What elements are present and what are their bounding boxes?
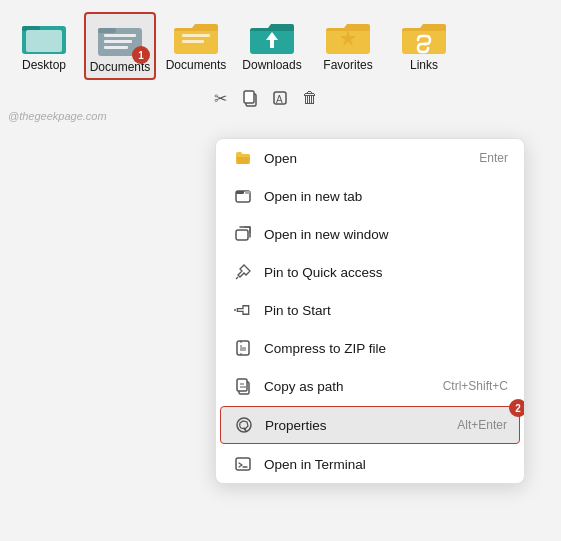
menu-copy-path-shortcut: Ctrl+Shift+C: [443, 379, 508, 393]
new-tab-icon: [232, 185, 254, 207]
folder-bar: Desktop 1 Documents Documents: [0, 0, 561, 86]
svg-rect-2: [26, 30, 62, 52]
desktop-folder-label: Desktop: [22, 58, 66, 72]
terminal-icon: [232, 453, 254, 475]
svg-rect-21: [236, 191, 244, 194]
menu-open-shortcut: Enter: [479, 151, 508, 165]
watermark: @thegeekpage.com: [8, 110, 107, 122]
svg-rect-4: [98, 28, 116, 33]
folder-item-favorites[interactable]: Favorites: [312, 12, 384, 76]
svg-rect-33: [236, 458, 250, 470]
folder-open-icon: [232, 147, 254, 169]
menu-item-open-new-tab[interactable]: Open in new tab: [216, 177, 524, 215]
pin-icon: [232, 261, 254, 283]
downloads-folder-icon: [248, 16, 296, 56]
svg-rect-23: [236, 230, 248, 240]
folder-item-documents-selected[interactable]: 1 Documents: [84, 12, 156, 80]
documents2-folder-icon: [172, 16, 220, 56]
links-folder-icon: [400, 16, 448, 56]
menu-item-properties[interactable]: Properties Alt+Enter 2: [220, 406, 520, 444]
menu-open-new-tab-label: Open in new tab: [264, 189, 508, 204]
menu-item-pin-quick-access[interactable]: Pin to Quick access: [216, 253, 524, 291]
cut-icon[interactable]: ✂: [210, 88, 230, 108]
folder-item-downloads[interactable]: Downloads: [236, 12, 308, 76]
menu-item-open[interactable]: Open Enter: [216, 139, 524, 177]
menu-open-terminal-label: Open in Terminal: [264, 457, 508, 472]
favorites-folder-label: Favorites: [323, 58, 372, 72]
links-folder-label: Links: [410, 58, 438, 72]
menu-pin-quick-access-label: Pin to Quick access: [264, 265, 508, 280]
zip-icon: [232, 337, 254, 359]
properties-icon: [233, 414, 255, 436]
delete-icon[interactable]: 🗑: [300, 88, 320, 108]
selected-folder-badge: 1: [132, 46, 150, 64]
svg-rect-29: [237, 379, 247, 391]
new-window-icon: [232, 223, 254, 245]
svg-rect-9: [182, 34, 210, 37]
menu-item-open-terminal[interactable]: Open in Terminal: [216, 445, 524, 483]
menu-item-open-new-window[interactable]: Open in new window: [216, 215, 524, 253]
svg-rect-22: [245, 191, 250, 194]
svg-rect-27: [240, 347, 246, 351]
folder-item-links[interactable]: Links: [388, 12, 460, 76]
svg-line-25: [234, 309, 236, 312]
svg-rect-10: [182, 40, 204, 43]
copy-path-icon: [232, 375, 254, 397]
pin-start-icon: [232, 299, 254, 321]
menu-item-copy-path[interactable]: Copy as path Ctrl+Shift+C: [216, 367, 524, 405]
copy-icon[interactable]: [240, 88, 260, 108]
menu-properties-shortcut: Alt+Enter: [457, 418, 507, 432]
favorites-folder-icon: [324, 16, 372, 56]
svg-rect-15: [402, 28, 446, 54]
menu-compress-zip-label: Compress to ZIP file: [264, 341, 508, 356]
menu-item-pin-start[interactable]: Pin to Start: [216, 291, 524, 329]
context-menu: Open Enter Open in new tab Open in new w…: [215, 138, 525, 484]
menu-open-label: Open: [264, 151, 479, 166]
svg-text:A: A: [276, 94, 283, 105]
menu-copy-path-label: Copy as path: [264, 379, 443, 394]
menu-item-compress-zip[interactable]: Compress to ZIP file: [216, 329, 524, 367]
folder-item-desktop[interactable]: Desktop: [8, 12, 80, 76]
svg-line-24: [236, 277, 238, 279]
documents-selected-folder-icon: 1: [96, 18, 144, 58]
properties-badge: 2: [509, 399, 525, 417]
downloads-folder-label: Downloads: [242, 58, 301, 72]
svg-rect-5: [104, 34, 136, 37]
svg-rect-17: [244, 91, 254, 103]
svg-rect-6: [104, 40, 132, 43]
documents2-folder-label: Documents: [166, 58, 227, 72]
desktop-folder-icon: [20, 16, 68, 56]
svg-rect-7: [104, 46, 128, 49]
menu-properties-label: Properties: [265, 418, 457, 433]
folder-item-documents2[interactable]: Documents: [160, 12, 232, 76]
rename-icon[interactable]: A: [270, 88, 290, 108]
menu-pin-start-label: Pin to Start: [264, 303, 508, 318]
menu-open-new-window-label: Open in new window: [264, 227, 508, 242]
